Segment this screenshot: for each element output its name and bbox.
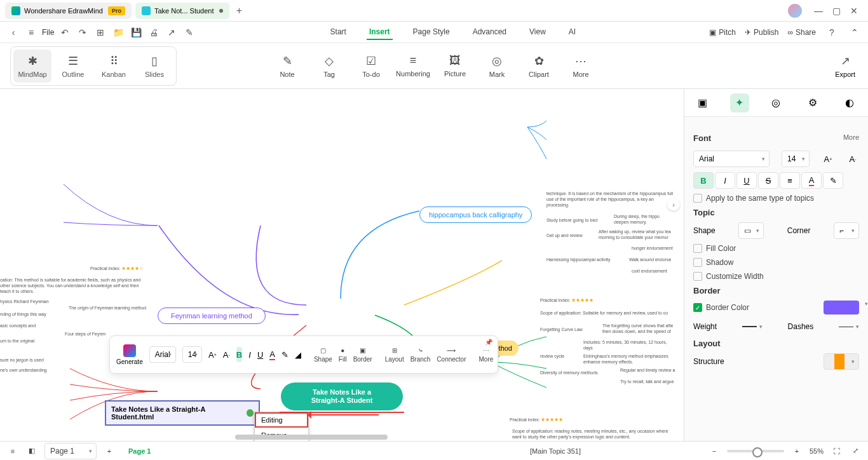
ft-clear-format[interactable]: ◢	[295, 347, 301, 362]
attachment-node[interactable]: Take Notes Like a Straight-A Student.htm…	[105, 400, 260, 426]
fullscreen-button[interactable]: ⤢	[849, 445, 862, 457]
shadow-checkbox[interactable]	[693, 258, 702, 267]
panel-italic[interactable]: I	[715, 172, 735, 189]
ft-font-decrease[interactable]: A-	[223, 347, 230, 362]
customize-width-checkbox[interactable]	[693, 272, 702, 281]
help-button[interactable]: ?	[825, 25, 839, 39]
central-topic[interactable]: Take Notes Like a Straight-A Student	[281, 382, 403, 410]
redo-button[interactable]: ↷	[76, 25, 90, 39]
ribbon-picture[interactable]: 🖼Picture	[436, 54, 474, 78]
ft-pin-icon[interactable]: 📌	[485, 339, 492, 346]
minimize-button[interactable]: —	[810, 4, 827, 17]
view-kanban[interactable]: ⠿Kanban	[95, 50, 133, 83]
panel-font-color[interactable]: A	[801, 172, 822, 189]
branch-hippocampus[interactable]: hippocampus back calligraphy	[419, 206, 532, 223]
structure-select[interactable]	[824, 353, 859, 370]
zoom-slider[interactable]	[727, 450, 784, 452]
fillcolor-checkbox[interactable]	[693, 244, 702, 253]
tab-ai[interactable]: AI	[566, 25, 578, 40]
font-decrease[interactable]: A-	[846, 151, 859, 166]
font-family-select[interactable]: Arial	[693, 151, 770, 167]
view-outline[interactable]: ☰Outline	[54, 50, 92, 83]
export-quick-button[interactable]: ↗	[165, 25, 179, 39]
dashes-select[interactable]	[839, 320, 859, 334]
ft-fill[interactable]: ●Fill	[339, 347, 347, 363]
status-sidebar-icon[interactable]: ◧	[25, 445, 38, 457]
add-page-button[interactable]: +	[103, 445, 116, 457]
fit-screen-button[interactable]: ⛶	[830, 445, 843, 457]
ft-layout[interactable]: ⊞Layout	[385, 347, 404, 363]
menu-icon[interactable]: ≡	[24, 25, 38, 39]
ribbon-todo[interactable]: ☑To-do	[352, 54, 390, 78]
new-tab-button[interactable]: +	[233, 4, 246, 17]
tab-page-style[interactable]: Page Style	[410, 25, 452, 40]
ft-connector[interactable]: ⟿Connector	[437, 347, 466, 363]
panel-bold[interactable]: B	[693, 172, 714, 189]
user-avatar[interactable]	[788, 4, 802, 18]
scroll-right-button[interactable]: ›	[667, 198, 680, 211]
undo-button[interactable]: ↶	[58, 25, 72, 39]
close-button[interactable]: ✕	[845, 4, 863, 17]
shape-select[interactable]: ▭	[738, 222, 764, 239]
page-selector[interactable]: Page 1	[44, 443, 97, 459]
share-button[interactable]: ∞Share	[787, 28, 816, 37]
tab-insert[interactable]: Insert	[367, 25, 393, 40]
font-more[interactable]: More	[843, 133, 859, 141]
ft-size-select[interactable]: 14	[182, 346, 202, 363]
branch-feynman[interactable]: Feynman learning method	[158, 308, 266, 324]
ft-underline[interactable]: U	[257, 347, 263, 362]
ft-bold[interactable]: B	[236, 347, 242, 362]
tab-advanced[interactable]: Advanced	[470, 25, 509, 40]
new-button[interactable]: ⊞	[93, 25, 107, 39]
app-tab[interactable]: Wondershare EdrawMind Pro	[5, 3, 132, 19]
edit-button[interactable]: ✎	[182, 25, 196, 39]
open-button[interactable]: 📁	[111, 25, 125, 39]
corner-select[interactable]: ⌐	[834, 222, 859, 239]
maximize-button[interactable]: ▢	[827, 4, 845, 17]
panel-tab-ai[interactable]: ✦	[730, 93, 749, 112]
font-increase[interactable]: A+	[822, 151, 834, 166]
collapse-ribbon-button[interactable]: ⌃	[848, 25, 862, 39]
ft-generate[interactable]: Generate	[116, 344, 143, 365]
print-button[interactable]: 🖨	[147, 25, 161, 39]
status-layers-icon[interactable]: ≡	[6, 445, 19, 457]
panel-tab-mark[interactable]: ◎	[766, 93, 785, 112]
font-size-select[interactable]: 14	[782, 151, 810, 167]
apply-same-checkbox[interactable]	[693, 194, 702, 203]
canvas[interactable]: Take Notes Like a Straight-A Student hip…	[0, 89, 684, 441]
ribbon-numbering[interactable]: ≡Numbering	[394, 54, 432, 78]
save-button[interactable]: 💾	[129, 25, 143, 39]
ribbon-tag[interactable]: ◇Tag	[310, 54, 348, 78]
context-editing[interactable]: Editing	[255, 412, 308, 428]
panel-tab-settings[interactable]: ⚙	[803, 93, 822, 112]
ribbon-export[interactable]: ↗Export	[835, 54, 855, 78]
ribbon-clipart[interactable]: ✿Clipart	[520, 54, 558, 78]
zoom-out-button[interactable]: −	[708, 445, 721, 457]
document-tab[interactable]: Take Not... Student	[135, 3, 229, 19]
weight-select[interactable]	[742, 320, 763, 334]
view-slides[interactable]: ▯Slides	[135, 50, 173, 83]
ribbon-mark[interactable]: ◎Mark	[478, 54, 516, 78]
ribbon-more[interactable]: ⋯More	[562, 54, 600, 78]
ft-italic[interactable]: I	[248, 347, 251, 362]
ft-border[interactable]: ▣Border	[353, 347, 372, 363]
ft-font-increase[interactable]: A+	[208, 347, 217, 362]
ribbon-note[interactable]: ✎Note	[268, 54, 306, 78]
panel-highlight[interactable]: ✎	[823, 172, 843, 189]
ft-font-select[interactable]: Arial	[149, 346, 176, 363]
panel-underline[interactable]: U	[736, 172, 757, 189]
ft-font-color[interactable]: A	[269, 347, 275, 362]
ft-shape[interactable]: ▢Shape	[314, 347, 332, 363]
zoom-in-button[interactable]: +	[790, 445, 803, 457]
panel-strikethrough[interactable]: S	[758, 172, 778, 189]
border-color-checkbox[interactable]: ✓	[693, 303, 702, 312]
pitch-button[interactable]: ▣Pitch	[709, 28, 736, 37]
border-color-swatch[interactable]	[824, 301, 859, 315]
panel-align[interactable]: ≡	[780, 172, 800, 189]
tab-view[interactable]: View	[527, 25, 548, 40]
file-menu[interactable]: File	[42, 28, 54, 37]
horizontal-scrollbar[interactable]	[235, 435, 388, 440]
panel-tab-history[interactable]: ◐	[840, 93, 859, 112]
ft-highlight[interactable]: ✎	[281, 347, 288, 362]
ft-more[interactable]: ⋯More	[479, 347, 494, 363]
